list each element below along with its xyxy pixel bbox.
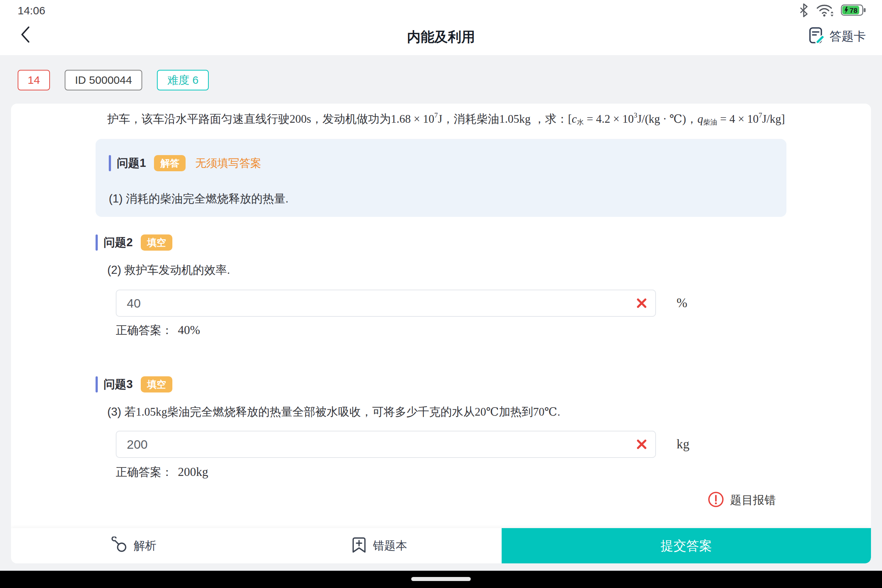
heading-accent-bar [109,155,111,171]
bottom-toolbar: 解析 错题本 提交答案 [11,528,871,563]
wrong-book-bookmark-icon [351,536,367,555]
question3-heading: 问题3 填空 [96,376,172,393]
clear-input-icon[interactable] [635,297,648,309]
question3-input-wrap [116,431,656,458]
battery-icon: 78 [841,4,867,18]
answer-card-icon [808,27,825,46]
question2-input-wrap [116,290,656,317]
status-time: 14:06 [18,4,45,17]
system-bottom-bar [0,571,882,588]
wrong-book-label: 错题本 [373,538,407,554]
problem-stem: 护车，该车沿水平路面匀速直线行驶200s，发动机做功为1.68 × 107J，消… [107,107,776,130]
clear-input-icon[interactable] [635,438,648,450]
question1-type-badge: 解答 [154,155,186,171]
analysis-label: 解析 [134,538,156,554]
question1-panel: 问题1 解答 无须填写答案 (1) 消耗的柴油完全燃烧释放的热量. [96,139,786,217]
wrong-book-button[interactable]: 错题本 [256,528,502,563]
question3-answer-input[interactable] [116,431,656,458]
correct-answer-label: 正确答案： [116,466,173,478]
question2-correct-answer: 正确答案：40% [116,322,200,338]
error-report-icon [707,491,724,509]
question2-answer-input[interactable] [116,290,656,317]
top-band: 14:06 78 内能及利用 [0,0,882,55]
status-icons: 78 [798,4,867,18]
question3-text: (3) 若1.05kg柴油完全燃烧释放的热量全部被水吸收，可将多少千克的水从20… [107,404,560,420]
correct-answer-value: 200kg [178,465,208,478]
question-id-badge: ID 5000044 [64,70,142,90]
analysis-key-icon [111,537,128,555]
question2-answer-row: % [116,290,687,317]
bluetooth-icon [798,2,810,20]
correct-answer-value: 40% [178,323,200,337]
question1-heading: 问题1 解答 无须填写答案 [109,154,773,172]
answer-card-label: 答题卡 [830,28,866,45]
question-meta-badges: 14 ID 5000044 难度 6 [18,70,209,90]
analysis-button[interactable]: 解析 [11,528,256,563]
question3-correct-answer: 正确答案：200kg [116,465,208,480]
question3-label: 问题3 [104,376,133,392]
question-number-badge: 14 [18,70,50,90]
difficulty-badge: 难度 6 [157,70,209,90]
question-card: 护车，该车沿水平路面匀速直线行驶200s，发动机做功为1.68 × 107J，消… [11,104,871,563]
correct-answer-label: 正确答案： [116,324,173,337]
submit-answer-button[interactable]: 提交答案 [502,528,871,563]
question3-answer-row: kg [116,431,689,458]
question2-text: (2) 救护车发动机的效率. [107,262,230,278]
toolbar-left: 解析 错题本 [11,528,502,563]
page-title: 内能及利用 [0,28,882,46]
wifi-icon [816,2,835,20]
unit-label: % [676,296,687,310]
report-error-button[interactable]: 题目报错 [707,491,776,509]
report-error-label: 题目报错 [730,492,776,508]
question1-label: 问题1 [117,156,146,171]
question1-text: (1) 消耗的柴油完全燃烧释放的热量. [109,191,773,207]
question2-type-badge: 填空 [141,234,172,250]
question2-heading: 问题2 填空 [96,234,172,251]
question1-note: 无须填写答案 [195,156,261,171]
home-indicator[interactable] [411,577,471,581]
answer-card-button[interactable]: 答题卡 [808,27,866,46]
app-screen: 14:06 78 内能及利用 [0,0,882,588]
battery-percent-text: 78 [850,7,857,14]
unit-label: kg [676,437,689,452]
heading-accent-bar [96,234,98,250]
question2-label: 问题2 [104,235,133,250]
question3-type-badge: 填空 [141,376,172,393]
heading-accent-bar [96,376,98,393]
